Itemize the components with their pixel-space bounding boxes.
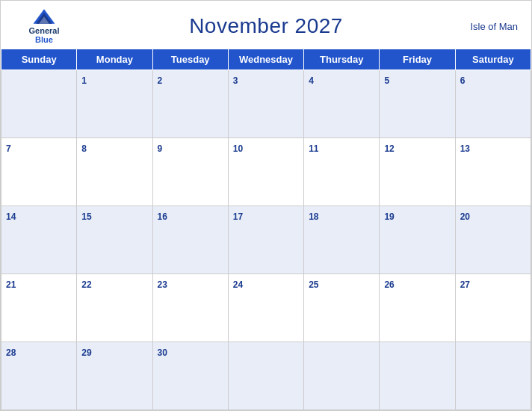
calendar-day-cell: [228, 342, 303, 410]
day-number: 16: [158, 211, 167, 222]
logo-icon: [32, 8, 56, 25]
calendar-day-cell: 7: [1, 138, 77, 206]
calendar-day-cell: 17: [228, 206, 303, 274]
calendar-day-cell: 5: [380, 70, 455, 138]
calendar-day-cell: 14: [1, 206, 77, 274]
day-number: 6: [460, 75, 466, 86]
calendar-day-cell: 19: [380, 206, 455, 274]
calendar-day-cell: 12: [380, 138, 455, 206]
day-number: 13: [460, 143, 470, 154]
header-saturday: Saturday: [455, 49, 531, 70]
day-number: 1: [81, 75, 87, 86]
day-number: 22: [81, 279, 91, 290]
calendar-week-row: 78910111213: [1, 138, 531, 206]
day-number: 17: [233, 211, 243, 222]
calendar-day-cell: [304, 342, 380, 410]
day-number: 29: [81, 347, 91, 358]
calendar-day-cell: 3: [228, 70, 303, 138]
day-number: 2: [158, 75, 163, 86]
calendar-day-cell: 18: [304, 206, 380, 274]
day-number: 25: [309, 279, 318, 290]
day-number: 28: [6, 347, 16, 358]
day-number: 18: [309, 211, 318, 222]
calendar-day-cell: 11: [304, 138, 380, 206]
calendar-week-row: 282930: [1, 342, 531, 410]
day-number: 27: [460, 279, 470, 290]
day-number: 15: [81, 211, 91, 222]
calendar-day-cell: 22: [77, 274, 152, 342]
calendar-title: November 2027: [74, 14, 458, 38]
calendar-day-cell: 1: [77, 70, 152, 138]
calendar-day-cell: 24: [228, 274, 303, 342]
header-monday: Monday: [77, 49, 152, 70]
calendar-day-cell: 23: [152, 274, 228, 342]
calendar-day-cell: 30: [152, 342, 228, 410]
day-number: 10: [233, 143, 243, 154]
header-sunday: Sunday: [1, 49, 77, 70]
calendar-day-cell: 16: [152, 206, 228, 274]
calendar-day-cell: 9: [152, 138, 228, 206]
logo-area: General Blue: [14, 8, 74, 44]
calendar-week-row: 14151617181920: [1, 206, 531, 274]
title-area: November 2027: [74, 14, 458, 38]
day-number: 24: [233, 279, 243, 290]
calendar-day-cell: 6: [455, 70, 531, 138]
day-number: 3: [233, 75, 238, 86]
calendar-day-cell: [455, 342, 531, 410]
calendar-day-cell: 15: [77, 206, 152, 274]
calendar-day-cell: [380, 342, 455, 410]
calendar-day-cell: 20: [455, 206, 531, 274]
day-number: 5: [384, 75, 389, 86]
day-number: 26: [384, 279, 394, 290]
day-number: 20: [460, 211, 470, 222]
day-number: 14: [6, 211, 16, 222]
day-number: 21: [6, 279, 16, 290]
day-number: 19: [384, 211, 394, 222]
region-label: Isle of Man: [470, 21, 518, 32]
calendar-day-cell: 25: [304, 274, 380, 342]
logo-general: General: [29, 26, 60, 35]
header-friday: Friday: [380, 49, 455, 70]
day-number: 7: [6, 143, 11, 154]
calendar-header: General Blue November 2027 Isle of Man: [1, 1, 531, 49]
day-number: 12: [384, 143, 394, 154]
calendar-week-row: 123456: [1, 70, 531, 138]
day-number: 11: [309, 143, 318, 154]
day-number: 30: [158, 347, 167, 358]
calendar-day-cell: 13: [455, 138, 531, 206]
region-area: Isle of Man: [458, 19, 518, 33]
calendar-day-cell: 26: [380, 274, 455, 342]
calendar-week-row: 21222324252627: [1, 274, 531, 342]
logo-blue: Blue: [35, 35, 53, 44]
calendar-day-cell: 28: [1, 342, 77, 410]
header-tuesday: Tuesday: [152, 49, 228, 70]
header-thursday: Thursday: [304, 49, 380, 70]
calendar-day-cell: 29: [77, 342, 152, 410]
weekday-header-row: Sunday Monday Tuesday Wednesday Thursday…: [1, 49, 531, 70]
calendar-day-cell: [1, 70, 77, 138]
calendar-day-cell: 2: [152, 70, 228, 138]
calendar-day-cell: 8: [77, 138, 152, 206]
day-number: 9: [158, 143, 163, 154]
calendar-day-cell: 21: [1, 274, 77, 342]
day-number: 4: [309, 75, 314, 86]
calendar-container: General Blue November 2027 Isle of Man S…: [0, 0, 532, 411]
day-number: 23: [158, 279, 167, 290]
header-wednesday: Wednesday: [228, 49, 303, 70]
day-number: 8: [81, 143, 87, 154]
calendar-day-cell: 27: [455, 274, 531, 342]
calendar-day-cell: 10: [228, 138, 303, 206]
calendar-table: Sunday Monday Tuesday Wednesday Thursday…: [1, 49, 531, 410]
calendar-day-cell: 4: [304, 70, 380, 138]
